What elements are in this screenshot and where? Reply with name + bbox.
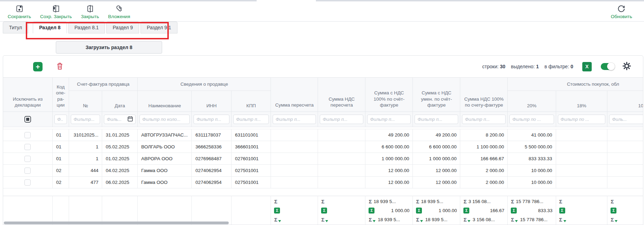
sum-filtered-icon: Σ: [369, 217, 372, 222]
filter-rate-18[interactable]: Фильтр по ...: [558, 115, 606, 124]
calendar-icon[interactable]: [128, 116, 133, 123]
sum-icon: Σ: [369, 199, 372, 204]
filter-toggle[interactable]: [601, 63, 614, 70]
filter-inn[interactable]: Фильтр п...: [194, 115, 229, 124]
cell-rate-20: 41 000.00: [508, 129, 556, 141]
filter-rate-10[interactable]: Филь...: [609, 115, 643, 124]
export-excel-button[interactable]: X: [582, 62, 592, 71]
close-label: Закрыть: [81, 14, 99, 19]
row-checkbox[interactable]: [24, 179, 31, 186]
refresh-icon: [617, 5, 626, 13]
cell-number: 1: [69, 141, 102, 153]
filter-number[interactable]: Фильтр...: [71, 115, 100, 124]
header-number[interactable]: №: [69, 91, 102, 112]
header-recalc-vat[interactable]: Сумма НДС пересчета: [318, 78, 365, 112]
sum-filtered-icon: Σ: [416, 217, 419, 222]
cell-inn: 0274062954: [192, 165, 232, 177]
sum-filtered-icon: Σ: [463, 217, 467, 222]
header-exclude[interactable]: Исключить из декларации: [3, 78, 52, 112]
filter-op-code[interactable]: Ф..: [54, 115, 67, 124]
header-rate-10[interactable]: 10%: [607, 91, 643, 112]
tab-razdel-8[interactable]: Раздел 8: [33, 22, 67, 33]
save-button[interactable]: Сохранить: [8, 5, 31, 19]
cell-kpp: 027501001: [231, 165, 271, 177]
cell-date: 01.02.2025: [102, 153, 138, 165]
filter-recalc-vat[interactable]: Фильтр п...: [320, 115, 363, 124]
sum-selected-icon: Σ: [321, 208, 327, 214]
header-rate-18[interactable]: 18%: [556, 91, 607, 112]
rows-count: строки: 30: [482, 64, 505, 69]
sum-icon: Σ: [559, 199, 562, 204]
add-row-button[interactable]: +: [33, 62, 43, 71]
tab-razdel-9-1[interactable]: Раздел 9.1: [141, 22, 177, 33]
group-header-purchases: Стоимость покупок, обл: [508, 78, 643, 91]
grid-status: строки: 30 выделено: 1 в фильтре: 0: [482, 64, 573, 69]
cell-number: 1: [69, 153, 102, 165]
footer-gap-row: [3, 188, 643, 196]
sum-icon: Σ: [511, 199, 514, 204]
header-name[interactable]: Наименование: [138, 91, 192, 112]
table-row[interactable]: 01 1 05.02.2025 ВОЛГАРЬ ООО 3666258336 3…: [3, 141, 643, 153]
grid-panel: + строки: 30 выделено: 1 в фильтре: 0 X: [3, 55, 643, 225]
filter-sum-vat-reduced[interactable]: Фильтр п...: [415, 115, 458, 124]
filter-name[interactable]: Фильтр по коло...: [139, 115, 190, 124]
sum-icon: Σ: [321, 199, 324, 204]
settings-button[interactable]: [622, 62, 631, 71]
top-border-strip: [0, 0, 257, 1]
tab-razdel-8-1[interactable]: Раздел 8.1: [68, 22, 105, 33]
funnel-icon: [420, 220, 423, 222]
table-row[interactable]: 01 31012025... 31.01.2025 АВТОГРУЗЗАПЧАС…: [3, 129, 643, 141]
filter-vat-100[interactable]: Фильтр п...: [462, 115, 506, 124]
select-all-checkbox[interactable]: [24, 116, 31, 123]
header-inn[interactable]: ИНН: [192, 91, 232, 112]
cell-sum-vat-100: 6 600 000.00: [365, 141, 413, 153]
delete-row-button[interactable]: [56, 62, 63, 71]
header-op-code[interactable]: Код опе-ра-ции: [52, 78, 69, 112]
row-checkbox[interactable]: [24, 144, 31, 150]
filter-sum-vat-100[interactable]: Фильтр п...: [367, 115, 411, 124]
tab-titul[interactable]: Титул: [3, 22, 28, 33]
row-checkbox[interactable]: [24, 168, 31, 174]
close-button[interactable]: Закрыть: [81, 5, 99, 19]
horizontal-scrollbar[interactable]: [4, 222, 229, 224]
cell-vat-100: 2 000.00: [460, 165, 508, 177]
cell-inn: 3666258336: [192, 141, 232, 153]
header-vat-100[interactable]: Сумма НДС 100% по счету-фактуре: [460, 78, 508, 112]
refresh-button[interactable]: Обновить: [611, 5, 632, 19]
header-kpp[interactable]: КПП: [231, 91, 271, 112]
filter-kpp[interactable]: Фильтр п...: [233, 115, 269, 124]
save-close-button[interactable]: Сохр. Закрыть: [40, 5, 72, 19]
funnel-icon: [278, 220, 281, 222]
filter-rate-20[interactable]: Фильтр по ...: [509, 115, 554, 124]
funnel-icon: [468, 220, 470, 222]
header-sum-vat-100[interactable]: Сумма с НДС 100% по счёт-фактуре: [365, 78, 413, 112]
cell-sum-vat-100: 49 200.00: [365, 129, 413, 141]
sum-icon: Σ: [463, 199, 467, 204]
header-rate-20[interactable]: 20%: [508, 91, 556, 112]
funnel-icon: [325, 220, 328, 222]
filter-recalc-sum[interactable]: Фильтр п...: [273, 115, 316, 124]
header-recalc-sum[interactable]: Сумма пересчета: [271, 78, 318, 112]
row-checkbox[interactable]: [24, 132, 31, 138]
totals-rate-18: Σ Σ Σ: [556, 196, 607, 225]
cell-sum-vat-reduced: 12 000.00: [413, 165, 460, 177]
cell-name: Гамма ООО: [138, 177, 192, 188]
header-sum-vat-reduced[interactable]: Сумма с НДС умен. по счёт-фактуре: [413, 78, 460, 112]
sum-selected-icon: Σ: [611, 208, 616, 214]
table-row[interactable]: 02 477 06.02.2025 Гамма ООО 0274062954 0…: [3, 177, 643, 188]
row-checkbox[interactable]: [24, 156, 31, 162]
cell-rate-20: 10 000.00: [508, 177, 556, 188]
attachments-button[interactable]: Вложения: [108, 5, 130, 19]
table-row[interactable]: 02 444 04.02.2025 Гамма ООО 0274062954 0…: [3, 165, 643, 177]
load-section-8-button[interactable]: Загрузить раздел 8: [56, 41, 162, 54]
tab-razdel-9[interactable]: Раздел 9: [106, 22, 139, 33]
totals-recalc-vat: Σ Σ Σ: [318, 196, 365, 225]
cell-name: Гамма ООО: [138, 165, 192, 177]
paperclip-icon: [115, 5, 124, 13]
header-date[interactable]: Дата: [102, 91, 138, 112]
section-tabs: Титул Раздел 8 Раздел 8.1 Раздел 9 Разде…: [0, 22, 644, 33]
save-icon: [15, 5, 24, 13]
totals-rate-20: Σ15 778 786... Σ833.33 Σ15 778 786...: [508, 196, 556, 225]
table-row[interactable]: 01 1 01.02.2025 АВРОРА ООО 0276968487 02…: [3, 153, 643, 165]
filter-date[interactable]: Филь...: [104, 115, 136, 124]
